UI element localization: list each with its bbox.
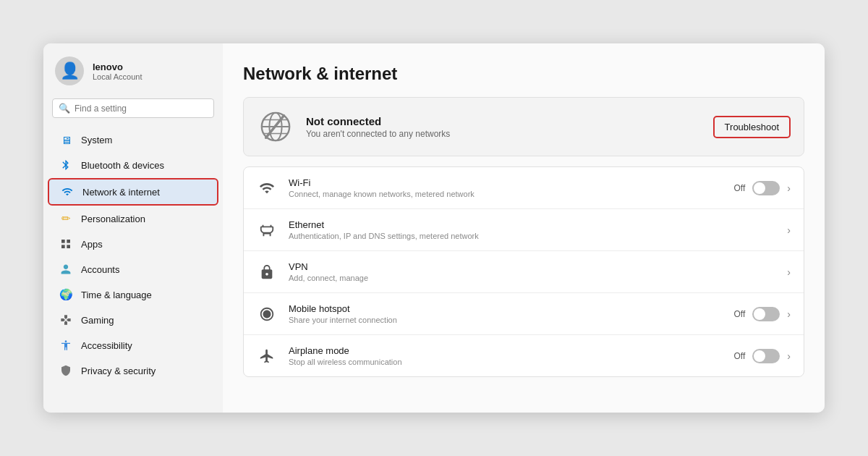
sidebar-item-label: Bluetooth & devices (81, 160, 164, 171)
hotspot-sub: Share your internet connection (289, 316, 723, 324)
hotspot-toggle-label: Off (734, 309, 746, 319)
sidebar-item-label: Accessibility (81, 340, 132, 351)
apps-icon (59, 237, 72, 250)
sidebar-item-label: System (81, 135, 112, 145)
connection-description: You aren't connected to any networks (306, 129, 702, 139)
sidebar-item-gaming[interactable]: Gaming (48, 308, 218, 332)
hotspot-title: Mobile hotspot (289, 303, 723, 314)
ethernet-title: Ethernet (289, 219, 775, 230)
search-input[interactable] (75, 104, 208, 114)
connection-banner: Not connected You aren't connected to an… (243, 97, 804, 156)
hotspot-toggle[interactable] (752, 307, 780, 321)
hotspot-row[interactable]: Mobile hotspot Share your internet conne… (244, 293, 804, 335)
airplane-toggle[interactable] (752, 349, 780, 363)
main-content: Network & internet Not connected You are… (223, 43, 825, 413)
vpn-row[interactable]: VPN Add, connect, manage › (244, 251, 804, 293)
connection-status: Not connected (306, 115, 702, 127)
avatar: 👤 (55, 56, 84, 85)
airplane-icon (257, 346, 277, 366)
sidebar-item-privacy[interactable]: Privacy & security (48, 358, 218, 383)
page-title: Network & internet (243, 64, 804, 84)
vpn-title: VPN (289, 261, 775, 272)
ethernet-sub: Authentication, IP and DNS settings, met… (289, 232, 775, 240)
network-icon (61, 185, 74, 198)
airplane-sub: Stop all wireless communication (289, 358, 723, 366)
wifi-chevron-icon: › (787, 182, 791, 194)
svg-rect-0 (61, 240, 65, 243)
user-section[interactable]: 👤 lenovo Local Account (43, 56, 223, 98)
airplane-toggle-label: Off (734, 351, 746, 361)
time-icon: 🌍 (59, 288, 72, 301)
sidebar-item-label: Network & internet (82, 187, 160, 198)
sidebar-item-label: Apps (81, 239, 103, 250)
hotspot-icon (257, 304, 277, 324)
sidebar-item-label: Time & language (81, 290, 152, 300)
ethernet-row[interactable]: Ethernet Authentication, IP and DNS sett… (244, 209, 804, 251)
troubleshoot-button[interactable]: Troubleshoot (713, 116, 791, 138)
wifi-icon (257, 178, 277, 198)
wifi-row[interactable]: Wi-Fi Connect, manage known networks, me… (244, 167, 804, 209)
airplane-row[interactable]: Airplane mode Stop all wireless communic… (244, 335, 804, 376)
sidebar-item-label: Accounts (81, 264, 119, 275)
gaming-icon (59, 313, 72, 326)
sidebar-item-time[interactable]: 🌍 Time & language (48, 282, 218, 307)
svg-rect-1 (67, 240, 70, 243)
sidebar-item-system[interactable]: 🖥 System (48, 127, 218, 152)
sidebar-item-apps[interactable]: Apps (48, 232, 218, 256)
ethernet-icon (257, 220, 277, 240)
sidebar-item-label: Privacy & security (81, 366, 156, 376)
vpn-chevron-icon: › (787, 266, 791, 278)
wifi-toggle-label: Off (734, 183, 746, 193)
wifi-title: Wi-Fi (289, 177, 723, 188)
hotspot-chevron-icon: › (787, 308, 791, 320)
svg-rect-3 (67, 245, 70, 248)
nav-list: 🖥 System Bluetooth & devices Network & i… (43, 127, 223, 413)
privacy-icon (59, 364, 72, 377)
search-box[interactable]: 🔍 (52, 98, 214, 118)
vpn-icon (257, 262, 277, 282)
accessibility-icon (59, 339, 72, 352)
user-name: lenovo (93, 62, 142, 72)
sidebar-item-bluetooth[interactable]: Bluetooth & devices (48, 153, 218, 177)
settings-card: Wi-Fi Connect, manage known networks, me… (243, 166, 804, 377)
wifi-toggle[interactable] (752, 181, 780, 195)
sidebar-item-accounts[interactable]: Accounts (48, 257, 218, 282)
search-icon: 🔍 (59, 103, 70, 114)
sidebar: 👤 lenovo Local Account 🔍 🖥 System Blueto… (43, 43, 223, 413)
svg-rect-2 (61, 245, 65, 248)
sidebar-item-label: Personalization (81, 214, 145, 224)
sidebar-item-personalization[interactable]: ✏ Personalization (48, 206, 218, 231)
airplane-title: Airplane mode (289, 345, 723, 356)
sidebar-item-accessibility[interactable]: Accessibility (48, 333, 218, 358)
sidebar-item-network[interactable]: Network & internet (48, 178, 218, 206)
accounts-icon (59, 263, 72, 276)
ethernet-chevron-icon: › (787, 224, 791, 236)
user-role: Local Account (93, 72, 142, 81)
settings-window: 👤 lenovo Local Account 🔍 🖥 System Blueto… (43, 43, 825, 413)
sidebar-item-label: Gaming (81, 315, 114, 326)
system-icon: 🖥 (59, 133, 72, 146)
wifi-sub: Connect, manage known networks, metered … (289, 190, 723, 198)
airplane-chevron-icon: › (787, 350, 791, 362)
personalization-icon: ✏ (59, 212, 72, 225)
bluetooth-icon (59, 159, 72, 172)
vpn-sub: Add, connect, manage (289, 274, 775, 282)
globe-icon (257, 108, 294, 145)
